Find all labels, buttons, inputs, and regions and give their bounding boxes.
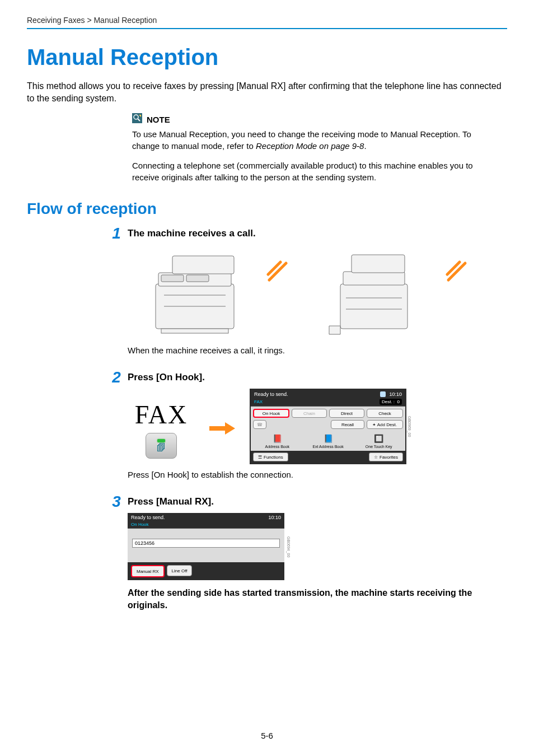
- lcd-panel-step-3: Ready to send. 10:10 On Hook 0123456 Man…: [128, 513, 284, 580]
- check-button[interactable]: Check: [367, 409, 403, 418]
- phone-icon-button[interactable]: ☎: [253, 420, 266, 429]
- svg-rect-11: [186, 275, 209, 282]
- ringing-icon: [446, 260, 468, 283]
- step-3: 3 Press [Manual RX]. Ready to send. 10:1…: [128, 496, 480, 611]
- lcd-status-text: Ready to send.: [254, 391, 288, 397]
- svg-rect-6: [172, 256, 234, 274]
- tab-address-book-label: Address Book: [253, 445, 302, 449]
- note-label: NOTE: [147, 114, 170, 125]
- chain-button[interactable]: Chain: [292, 409, 327, 418]
- note-paragraph-2: Connecting a telephone set (commercially…: [132, 160, 480, 183]
- add-dest-button[interactable]: Add Dest.: [367, 420, 403, 429]
- svg-rect-10: [161, 275, 184, 282]
- ringing-icon: [266, 260, 289, 283]
- lcd3-time: 10:10: [268, 515, 281, 520]
- svg-rect-12: [340, 284, 407, 329]
- step-3-after: After the sending side has started trans…: [128, 587, 480, 611]
- lcd-dest-pill: Dest. : 0: [380, 399, 402, 405]
- fax-key-led: [157, 439, 165, 442]
- lcd3-number-field[interactable]: 0123456: [132, 539, 280, 548]
- fax-label: FAX: [135, 400, 188, 430]
- arrow-icon: [208, 389, 236, 435]
- tab-ext-address-book[interactable]: 📘 Ext Address Book: [304, 432, 353, 449]
- panel-side-code: GB0969_00: [406, 390, 412, 463]
- svg-rect-14: [352, 255, 405, 273]
- note-box: NOTE To use Manual Reception, you need t…: [132, 113, 480, 183]
- fax-key-icon: 🗐: [157, 444, 166, 452]
- breadcrumb: Receiving Faxes > Manual Reception: [27, 16, 507, 29]
- favorites-label: Favorites: [380, 455, 398, 460]
- step-3-number: 3: [105, 493, 128, 511]
- panel3-side-code: GB0694_00: [285, 513, 291, 580]
- step-2: 2 Press [On Hook]. FAX 🗐 Ready to send.: [128, 372, 480, 479]
- ext-address-book-icon: 📘: [304, 432, 353, 445]
- section-flow-title: Flow of reception: [27, 200, 507, 218]
- tab-address-book[interactable]: 📕 Address Book: [253, 432, 302, 449]
- list-icon: ☰: [258, 455, 262, 460]
- functions-button[interactable]: ☰ Functions: [253, 452, 288, 461]
- lcd3-status-text: Ready to send.: [131, 515, 165, 520]
- lcd3-subline: On Hook: [128, 522, 284, 529]
- on-hook-button[interactable]: On Hook: [253, 409, 289, 418]
- page-title: Manual Reception: [27, 45, 507, 70]
- machine-illustration-b: [307, 245, 452, 340]
- svg-rect-13: [343, 272, 405, 285]
- note-reference-link[interactable]: Reception Mode on page 9-8: [256, 141, 364, 151]
- functions-label: Functions: [264, 455, 283, 460]
- copy-count-icon: [380, 391, 386, 397]
- tab-ext-label: Ext Address Book: [304, 445, 353, 449]
- note-p1-b: .: [364, 141, 366, 151]
- tab-one-touch-key[interactable]: 🔲 One Touch Key: [354, 432, 403, 449]
- lcd-dest-count: 0: [397, 399, 400, 404]
- step-2-number: 2: [105, 368, 128, 386]
- recall-button[interactable]: Recall: [331, 420, 364, 429]
- lcd-mode-label: FAX: [254, 399, 263, 404]
- lcd-dest-label: Dest. :: [382, 399, 395, 404]
- page-number: 5-6: [0, 731, 534, 740]
- step-3-title: Press [Manual RX].: [128, 496, 480, 507]
- fax-hardware-key[interactable]: 🗐: [146, 433, 177, 459]
- step-2-caption: Press [On Hook] to establish the connect…: [128, 470, 480, 479]
- star-icon: ☆: [374, 455, 378, 460]
- note-icon: [132, 113, 142, 126]
- lcd-time: 10:10: [389, 391, 402, 397]
- intro-paragraph: This method allows you to receive faxes …: [27, 80, 507, 104]
- step-2-title: Press [On Hook].: [128, 372, 480, 383]
- favorites-button[interactable]: ☆ Favorites: [369, 452, 403, 461]
- line-off-button[interactable]: Line Off: [167, 565, 193, 576]
- step-1: 1 The machine receives a call.: [128, 228, 480, 355]
- machine-illustration-a: [128, 245, 273, 340]
- address-book-icon: 📕: [253, 432, 302, 445]
- svg-marker-17: [209, 422, 235, 435]
- manual-rx-button[interactable]: Manual RX: [131, 565, 165, 577]
- one-touch-icon: 🔲: [354, 432, 403, 445]
- direct-button[interactable]: Direct: [329, 409, 364, 418]
- fax-key-area: FAX 🗐: [128, 389, 195, 459]
- step-1-title: The machine receives a call.: [128, 228, 480, 239]
- lcd-panel-step-2: Ready to send. 10:10 FAX Dest. : 0 On: [250, 389, 406, 464]
- step-1-caption: When the machine receives a call, it rin…: [128, 346, 480, 355]
- note-paragraph-1: To use Manual Reception, you need to cha…: [132, 128, 480, 152]
- svg-rect-7: [161, 329, 228, 333]
- tab-one-touch-label: One Touch Key: [354, 445, 403, 449]
- step-1-number: 1: [105, 225, 128, 242]
